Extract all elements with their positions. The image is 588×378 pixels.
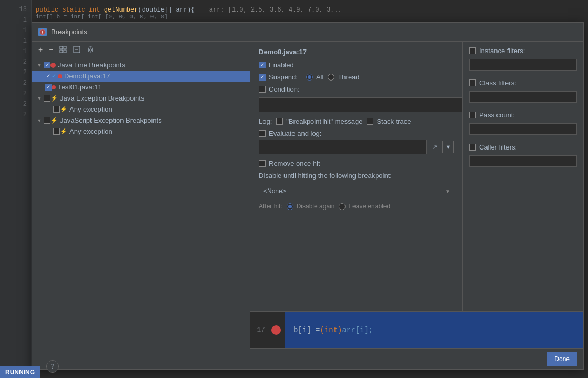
- condition-label[interactable]: Condition:: [259, 85, 300, 93]
- breakpoint-indicator: [271, 325, 281, 335]
- svg-point-2: [42, 33, 43, 34]
- tree-item-java-line[interactable]: ▼ ✓ Java Line Breakpoints: [32, 59, 250, 71]
- help-button[interactable]: ?: [46, 360, 59, 373]
- enabled-label[interactable]: ✓ Enabled: [259, 61, 294, 69]
- instance-filters-checkbox[interactable]: [469, 47, 476, 54]
- tree-label-java-exception: Java Exception Breakpoints: [60, 94, 144, 102]
- evaluate-input[interactable]: [259, 140, 427, 154]
- tree-checkbox-java-line[interactable]: ✓: [44, 62, 50, 68]
- tree-checkbox-any-exception-1[interactable]: [53, 106, 60, 113]
- remove-once-hit-label[interactable]: Remove once hit: [259, 160, 320, 167]
- right-content: Demo8.java:17 ✓ Enabled ✓ Suspend:: [250, 42, 583, 311]
- all-radio-label[interactable]: All: [306, 73, 323, 81]
- right-panel: Demo8.java:17 ✓ Enabled ✓ Suspend:: [250, 42, 583, 369]
- evaluate-checkbox[interactable]: [259, 130, 266, 137]
- all-radio[interactable]: [306, 74, 313, 81]
- tree-checkbox-java-exception[interactable]: [44, 95, 50, 102]
- breakpoint-title: Demo8.java:17: [259, 48, 454, 56]
- eval-expand-button[interactable]: ↗: [429, 141, 440, 153]
- instance-filters-label[interactable]: Instance filters:: [469, 47, 525, 55]
- pass-count-checkbox[interactable]: [469, 112, 476, 118]
- dialog-titlebar: Breakpoints: [32, 23, 583, 42]
- settings-area: Demo8.java:17 ✓ Enabled ✓ Suspend:: [250, 42, 462, 311]
- condition-input[interactable]: [259, 97, 462, 112]
- tree-label-any-exception-1: Any exception: [69, 105, 113, 113]
- tree-label-any-exception-2: Any exception: [69, 127, 113, 135]
- thread-radio-label[interactable]: Thread: [328, 73, 359, 81]
- lightning-icon-any: ⚡: [60, 106, 67, 113]
- add-breakpoint-button[interactable]: +: [36, 45, 45, 54]
- dialog-footer: Done: [250, 348, 583, 369]
- pass-count-row: Pass count:: [469, 111, 577, 119]
- breakpoint-hit-checkbox[interactable]: [276, 118, 283, 125]
- class-filters-label[interactable]: Class filters:: [469, 79, 516, 87]
- enabled-row: ✓ Enabled: [259, 61, 454, 69]
- thread-text: Thread: [338, 73, 359, 81]
- breakpoint-hit-label[interactable]: "Breakpoint hit" message: [276, 117, 362, 125]
- left-panel: + − ▼ ✓ Java Line Breakp: [32, 42, 250, 369]
- stack-trace-checkbox[interactable]: [367, 118, 373, 125]
- condition-checkbox[interactable]: [259, 86, 266, 93]
- instance-filters-input[interactable]: [469, 59, 577, 71]
- enabled-checkbox[interactable]: ✓: [259, 62, 266, 68]
- tree-item-js-exception[interactable]: ▼ ⚡ JavaScript Exception Breakpoints: [32, 115, 250, 126]
- eval-dropdown-button[interactable]: ▼: [442, 141, 454, 153]
- caller-filters-group: Caller filters:: [469, 143, 577, 171]
- tree-checkbox-demo8[interactable]: ✓: [45, 73, 52, 79]
- disable-again-text: Disable again: [297, 203, 335, 210]
- dialog-body: + − ▼ ✓ Java Line Breakp: [32, 42, 583, 369]
- tree-checkbox-js-exception[interactable]: [44, 117, 50, 124]
- bottom-line-num: 17: [250, 326, 271, 334]
- caller-filters-checkbox[interactable]: [469, 144, 476, 151]
- tree-item-demo8[interactable]: ✓ ✓ Demo8.java:17: [32, 71, 250, 82]
- group-button[interactable]: [57, 45, 69, 54]
- tree-label-demo8: Demo8.java:17: [64, 72, 110, 80]
- done-button[interactable]: Done: [547, 352, 577, 366]
- suspend-label[interactable]: ✓ Suspend:: [259, 73, 298, 81]
- lightning-icon-js: ⚡: [50, 117, 58, 124]
- stack-trace-label[interactable]: Stack trace: [367, 117, 411, 125]
- remove-once-hit-checkbox[interactable]: [259, 160, 266, 167]
- evaluate-input-row: ↗ ▼: [259, 140, 454, 154]
- svg-point-10: [89, 49, 92, 51]
- side-filters: Instance filters: Class filters:: [462, 42, 583, 311]
- disable-again-label[interactable]: Disable again: [287, 203, 335, 210]
- svg-point-9: [88, 48, 93, 52]
- tree-label-test01: Test01.java:11: [58, 83, 102, 91]
- breakpoints-dialog: Breakpoints + −: [32, 22, 584, 370]
- line-numbers: 131111222222: [0, 0, 31, 120]
- disable-dropdown[interactable]: <None>: [259, 184, 453, 198]
- suspend-checkbox[interactable]: ✓: [259, 74, 266, 81]
- tree-item-any-exception-1[interactable]: ⚡ Any exception: [32, 104, 250, 115]
- class-filters-checkbox[interactable]: [469, 79, 476, 86]
- breakpoints-tree: ▼ ✓ Java Line Breakpoints ✓ ✓ Demo8.java…: [32, 57, 250, 369]
- after-hit-row: After hit: Disable again Leave enabled: [259, 203, 454, 210]
- breakpoint-dot-test01: [52, 85, 56, 89]
- remove-breakpoint-button[interactable]: −: [47, 45, 55, 54]
- leave-enabled-radio[interactable]: [339, 203, 346, 210]
- breakpoint-hit-text: "Breakpoint hit" message: [286, 117, 362, 125]
- disable-again-radio[interactable]: [287, 203, 293, 210]
- caller-filters-input[interactable]: [469, 155, 577, 167]
- pass-count-input[interactable]: [469, 123, 577, 135]
- tree-item-test01[interactable]: ✓ Test01.java:11: [32, 82, 250, 93]
- class-filters-input[interactable]: [469, 91, 577, 103]
- export-button[interactable]: [71, 45, 83, 54]
- code-line-14: int[] b = int[ int[ [0, 0, 0, 0, 0, 0]: [36, 14, 588, 20]
- tree-item-any-exception-2[interactable]: ⚡ Any exception: [32, 126, 250, 137]
- pass-count-label[interactable]: Pass count:: [469, 111, 515, 119]
- caller-filters-label[interactable]: Caller filters:: [469, 143, 517, 151]
- code-b-i: b[i] =: [293, 326, 320, 334]
- svg-rect-5: [60, 50, 63, 53]
- log-text: Log:: [259, 117, 272, 125]
- tree-checkbox-test01[interactable]: ✓: [45, 84, 52, 91]
- left-gutter: 131111222222: [0, 0, 32, 378]
- tree-item-java-exception[interactable]: ▼ ⚡ Java Exception Breakpoints: [32, 93, 250, 104]
- camera-button[interactable]: [85, 45, 96, 54]
- leave-enabled-label[interactable]: Leave enabled: [339, 203, 390, 210]
- evaluate-label[interactable]: Evaluate and log:: [259, 130, 321, 137]
- condition-text: Condition:: [269, 85, 300, 93]
- thread-radio[interactable]: [328, 74, 334, 81]
- tree-checkbox-any-exception-2[interactable]: [53, 128, 60, 135]
- svg-rect-6: [64, 50, 66, 53]
